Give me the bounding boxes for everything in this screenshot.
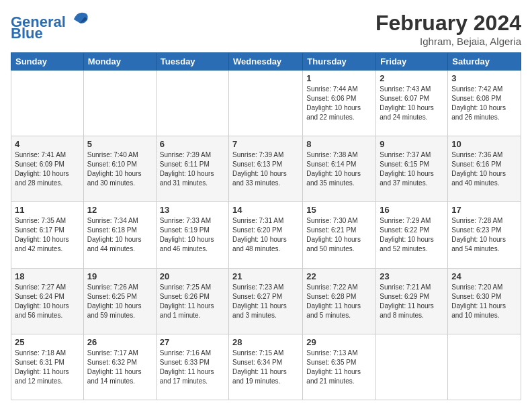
calendar-cell: 16Sunrise: 7:29 AM Sunset: 6:22 PM Dayli… (376, 202, 448, 268)
day-number: 3 (451, 73, 517, 83)
day-info: Sunrise: 7:42 AM Sunset: 6:08 PM Dayligh… (451, 85, 517, 122)
calendar-cell (376, 334, 448, 400)
weekday-header-wednesday: Wednesday (229, 53, 303, 71)
calendar-cell: 12Sunrise: 7:34 AM Sunset: 6:18 PM Dayli… (83, 202, 156, 268)
calendar-cell: 19Sunrise: 7:26 AM Sunset: 6:25 PM Dayli… (83, 268, 156, 334)
day-number: 8 (306, 139, 372, 149)
calendar-cell: 1Sunrise: 7:44 AM Sunset: 6:06 PM Daylig… (303, 71, 376, 136)
day-number: 13 (160, 205, 225, 215)
day-number: 16 (380, 205, 444, 215)
day-number: 21 (232, 271, 299, 281)
day-number: 29 (306, 337, 372, 347)
day-info: Sunrise: 7:26 AM Sunset: 6:25 PM Dayligh… (87, 283, 152, 320)
weekday-header-monday: Monday (83, 53, 156, 71)
calendar-cell: 26Sunrise: 7:17 AM Sunset: 6:32 PM Dayli… (83, 334, 156, 400)
header: General Blue February 2024 Ighram, Bejai… (11, 11, 521, 47)
calendar-cell: 5Sunrise: 7:40 AM Sunset: 6:10 PM Daylig… (83, 136, 156, 202)
day-info: Sunrise: 7:23 AM Sunset: 6:27 PM Dayligh… (232, 283, 299, 320)
day-number: 24 (451, 271, 517, 281)
day-number: 19 (87, 271, 152, 281)
day-number: 26 (87, 337, 152, 347)
calendar-cell: 27Sunrise: 7:16 AM Sunset: 6:33 PM Dayli… (156, 334, 228, 400)
day-number: 5 (87, 139, 152, 149)
day-info: Sunrise: 7:17 AM Sunset: 6:32 PM Dayligh… (87, 349, 152, 386)
calendar-cell (156, 71, 228, 136)
day-number: 22 (306, 271, 372, 281)
calendar-cell (229, 71, 303, 136)
day-info: Sunrise: 7:39 AM Sunset: 6:11 PM Dayligh… (160, 150, 225, 188)
calendar-cell: 20Sunrise: 7:25 AM Sunset: 6:26 PM Dayli… (156, 268, 228, 334)
calendar-cell (83, 71, 156, 136)
calendar-cell: 22Sunrise: 7:22 AM Sunset: 6:28 PM Dayli… (303, 268, 376, 334)
title-block: February 2024 Ighram, Bejaia, Algeria (375, 11, 521, 47)
calendar-cell: 23Sunrise: 7:21 AM Sunset: 6:29 PM Dayli… (376, 268, 448, 334)
day-info: Sunrise: 7:36 AM Sunset: 6:16 PM Dayligh… (451, 150, 517, 188)
day-info: Sunrise: 7:29 AM Sunset: 6:22 PM Dayligh… (380, 216, 444, 254)
calendar-cell: 15Sunrise: 7:30 AM Sunset: 6:21 PM Dayli… (303, 202, 376, 268)
calendar-cell: 14Sunrise: 7:31 AM Sunset: 6:20 PM Dayli… (229, 202, 303, 268)
day-info: Sunrise: 7:28 AM Sunset: 6:23 PM Dayligh… (451, 216, 517, 254)
calendar-cell: 10Sunrise: 7:36 AM Sunset: 6:16 PM Dayli… (448, 136, 521, 202)
day-info: Sunrise: 7:27 AM Sunset: 6:24 PM Dayligh… (15, 283, 80, 320)
weekday-header-sunday: Sunday (11, 53, 84, 71)
calendar-cell: 6Sunrise: 7:39 AM Sunset: 6:11 PM Daylig… (156, 136, 228, 202)
calendar-cell: 4Sunrise: 7:41 AM Sunset: 6:09 PM Daylig… (11, 136, 84, 202)
weekday-header-tuesday: Tuesday (156, 53, 228, 71)
day-number: 20 (160, 271, 225, 281)
day-number: 2 (380, 73, 444, 83)
calendar-cell: 25Sunrise: 7:18 AM Sunset: 6:31 PM Dayli… (11, 334, 84, 400)
calendar-cell: 7Sunrise: 7:39 AM Sunset: 6:13 PM Daylig… (229, 136, 303, 202)
day-info: Sunrise: 7:44 AM Sunset: 6:06 PM Dayligh… (306, 85, 372, 122)
day-number: 6 (160, 139, 225, 149)
day-info: Sunrise: 7:35 AM Sunset: 6:17 PM Dayligh… (15, 216, 80, 254)
day-number: 1 (306, 73, 372, 83)
day-number: 23 (380, 271, 444, 281)
day-number: 11 (15, 205, 80, 215)
weekday-header-saturday: Saturday (448, 53, 521, 71)
day-info: Sunrise: 7:39 AM Sunset: 6:13 PM Dayligh… (232, 150, 299, 188)
calendar-cell: 21Sunrise: 7:23 AM Sunset: 6:27 PM Dayli… (229, 268, 303, 334)
day-info: Sunrise: 7:34 AM Sunset: 6:18 PM Dayligh… (87, 216, 152, 254)
day-info: Sunrise: 7:13 AM Sunset: 6:35 PM Dayligh… (306, 349, 372, 386)
day-info: Sunrise: 7:21 AM Sunset: 6:29 PM Dayligh… (380, 283, 444, 320)
day-number: 4 (15, 139, 80, 149)
calendar-cell: 11Sunrise: 7:35 AM Sunset: 6:17 PM Dayli… (11, 202, 84, 268)
logo-icon (71, 8, 90, 27)
day-info: Sunrise: 7:37 AM Sunset: 6:15 PM Dayligh… (380, 150, 444, 188)
calendar-cell: 8Sunrise: 7:38 AM Sunset: 6:14 PM Daylig… (303, 136, 376, 202)
calendar-cell: 13Sunrise: 7:33 AM Sunset: 6:19 PM Dayli… (156, 202, 228, 268)
day-number: 27 (160, 337, 225, 347)
day-number: 28 (232, 337, 299, 347)
day-info: Sunrise: 7:30 AM Sunset: 6:21 PM Dayligh… (306, 216, 372, 254)
day-info: Sunrise: 7:38 AM Sunset: 6:14 PM Dayligh… (306, 150, 372, 188)
weekday-header-thursday: Thursday (303, 53, 376, 71)
day-info: Sunrise: 7:33 AM Sunset: 6:19 PM Dayligh… (160, 216, 225, 254)
calendar-cell: 9Sunrise: 7:37 AM Sunset: 6:15 PM Daylig… (376, 136, 448, 202)
calendar-cell: 24Sunrise: 7:20 AM Sunset: 6:30 PM Dayli… (448, 268, 521, 334)
calendar-cell: 17Sunrise: 7:28 AM Sunset: 6:23 PM Dayli… (448, 202, 521, 268)
day-info: Sunrise: 7:25 AM Sunset: 6:26 PM Dayligh… (160, 283, 225, 320)
day-number: 7 (232, 139, 299, 149)
day-info: Sunrise: 7:40 AM Sunset: 6:10 PM Dayligh… (87, 150, 152, 188)
month-title: February 2024 (375, 11, 521, 36)
location-title: Ighram, Bejaia, Algeria (375, 36, 521, 47)
weekday-header-friday: Friday (376, 53, 448, 71)
day-number: 14 (232, 205, 299, 215)
day-number: 10 (451, 139, 517, 149)
day-info: Sunrise: 7:22 AM Sunset: 6:28 PM Dayligh… (306, 283, 372, 320)
day-info: Sunrise: 7:20 AM Sunset: 6:30 PM Dayligh… (451, 283, 517, 320)
calendar-cell: 3Sunrise: 7:42 AM Sunset: 6:08 PM Daylig… (448, 71, 521, 136)
logo-blue: Blue (11, 25, 43, 42)
calendar-cell: 18Sunrise: 7:27 AM Sunset: 6:24 PM Dayli… (11, 268, 84, 334)
day-info: Sunrise: 7:16 AM Sunset: 6:33 PM Dayligh… (160, 349, 225, 386)
calendar-cell (11, 71, 84, 136)
calendar-cell: 29Sunrise: 7:13 AM Sunset: 6:35 PM Dayli… (303, 334, 376, 400)
day-info: Sunrise: 7:43 AM Sunset: 6:07 PM Dayligh… (380, 85, 444, 122)
day-info: Sunrise: 7:18 AM Sunset: 6:31 PM Dayligh… (15, 349, 80, 386)
day-number: 18 (15, 271, 80, 281)
day-number: 9 (380, 139, 444, 149)
day-number: 12 (87, 205, 152, 215)
day-number: 17 (451, 205, 517, 215)
logo: General Blue (11, 11, 90, 42)
day-number: 25 (15, 337, 80, 347)
